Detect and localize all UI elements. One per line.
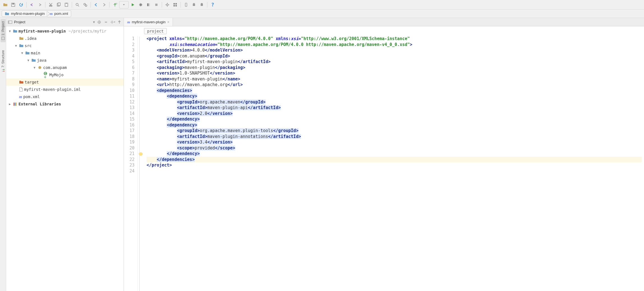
project-structure-button[interactable] bbox=[172, 1, 179, 8]
coverage-button[interactable] bbox=[145, 1, 152, 8]
device-button[interactable] bbox=[182, 1, 190, 8]
android-button[interactable] bbox=[190, 1, 198, 8]
close-icon[interactable]: × bbox=[167, 20, 170, 24]
svg-point-24 bbox=[3, 71, 4, 72]
tree-item-myfirst-maven-plugin-iml[interactable]: myfirst-maven-plugin.iml bbox=[6, 86, 124, 93]
project-panel: Project ▾ ▾ ▼ myfirst-maven-plugin ~/pro… bbox=[6, 18, 124, 291]
separator bbox=[162, 2, 162, 8]
svg-rect-18 bbox=[173, 5, 175, 6]
tree-label: src bbox=[25, 43, 32, 48]
project-tool-tab[interactable]: 1: Project bbox=[1, 19, 6, 42]
folder-icon bbox=[5, 12, 9, 16]
tree-item-pom-xml[interactable]: m pom.xml bbox=[6, 93, 124, 100]
hide-icon[interactable] bbox=[117, 20, 122, 25]
breadcrumb-project[interactable]: myfirst-maven-plugin bbox=[2, 10, 48, 17]
tree-icon bbox=[13, 102, 17, 106]
breadcrumb-label: myfirst-maven-plugin bbox=[11, 11, 45, 16]
forward-button[interactable] bbox=[100, 1, 108, 8]
tree-icon: C bbox=[44, 71, 48, 78]
structure-tool-tab[interactable]: 7: Structure bbox=[1, 48, 6, 74]
svg-rect-14 bbox=[155, 4, 157, 6]
tree-icon bbox=[19, 80, 24, 84]
separator bbox=[91, 2, 91, 8]
app-root: 01 ? myfirst-maven-plugin m pom.xml bbox=[0, 0, 644, 291]
code-area[interactable]: <project xmlns="http://maven.apache.org/… bbox=[144, 36, 644, 291]
editor-tab[interactable]: m myfirst-maven-plugin × bbox=[124, 18, 173, 26]
locate-icon[interactable] bbox=[97, 20, 102, 25]
tree-label: target bbox=[25, 80, 39, 84]
run-button[interactable] bbox=[129, 1, 136, 8]
copy-button[interactable] bbox=[55, 1, 62, 8]
svg-rect-16 bbox=[173, 3, 175, 4]
tree-item--idea[interactable]: .idea bbox=[6, 35, 124, 42]
avd-button[interactable] bbox=[198, 1, 205, 8]
save-button[interactable] bbox=[10, 1, 17, 8]
build-button[interactable]: 01 bbox=[111, 1, 119, 8]
cut-button[interactable] bbox=[47, 1, 54, 8]
tree-label: main bbox=[31, 51, 40, 55]
run-config-dropdown[interactable] bbox=[119, 1, 129, 8]
tree-label: com.anupam bbox=[43, 65, 67, 70]
debug-button[interactable] bbox=[137, 1, 144, 8]
svg-rect-6 bbox=[66, 3, 67, 4]
line-gutter: 123456789101112131415161718192021222324 bbox=[124, 36, 138, 291]
paste-button[interactable] bbox=[63, 1, 70, 8]
tree-item-src[interactable]: ▼ src bbox=[6, 42, 124, 49]
tree-item-main[interactable]: ▼ main bbox=[6, 49, 124, 57]
find-button[interactable] bbox=[74, 1, 81, 8]
xml-path-crumb[interactable]: project bbox=[144, 28, 167, 34]
tree-item-myfirst-maven-plugin[interactable]: ▼ myfirst-maven-plugin ~/projects/myfir bbox=[6, 27, 124, 35]
tree-icon bbox=[19, 36, 24, 40]
tree-item-target[interactable]: target bbox=[6, 78, 124, 86]
refresh-button[interactable] bbox=[17, 1, 25, 8]
tree-item-java[interactable]: ▼ java bbox=[6, 57, 124, 64]
editor-body[interactable]: 123456789101112131415161718192021222324 … bbox=[124, 36, 644, 291]
breadcrumb-label: pom.xml bbox=[54, 11, 68, 16]
redo-button[interactable] bbox=[36, 1, 43, 8]
svg-rect-34 bbox=[15, 103, 15, 106]
tree-label: .idea bbox=[25, 36, 36, 41]
tree-icon bbox=[25, 51, 30, 55]
back-button[interactable] bbox=[92, 1, 100, 8]
svg-point-9 bbox=[85, 5, 87, 6]
stop-button[interactable] bbox=[153, 1, 160, 8]
help-button[interactable]: ? bbox=[209, 1, 216, 8]
settings-icon[interactable]: ▾ bbox=[110, 20, 115, 25]
svg-point-7 bbox=[76, 3, 78, 6]
settings-button[interactable] bbox=[164, 1, 171, 8]
separator bbox=[207, 2, 207, 8]
undo-button[interactable] bbox=[28, 1, 36, 8]
editor-tab-bar: m myfirst-maven-plugin × bbox=[124, 18, 644, 26]
svg-point-21 bbox=[193, 4, 194, 4]
chevron-icon: ▶ bbox=[8, 102, 12, 106]
tree-item-external-libraries[interactable]: ▶ External Libraries bbox=[6, 100, 124, 108]
fold-gutter[interactable] bbox=[138, 36, 144, 291]
svg-rect-0 bbox=[12, 3, 14, 4]
tree-item-mymojo[interactable]: C MyMojo bbox=[6, 71, 124, 78]
svg-point-8 bbox=[84, 3, 85, 5]
intention-bulb-icon[interactable] bbox=[139, 152, 143, 156]
svg-rect-4 bbox=[58, 3, 60, 6]
main-toolbar: 01 ? bbox=[0, 0, 644, 10]
maven-icon: m bbox=[127, 20, 130, 24]
separator bbox=[72, 2, 72, 8]
tree-icon bbox=[13, 29, 17, 33]
separator bbox=[45, 2, 45, 8]
chevron-icon: ▼ bbox=[14, 44, 18, 48]
tree-label: myfirst-maven-plugin bbox=[18, 29, 66, 33]
editor-breadcrumb: project bbox=[124, 26, 644, 36]
tree-item-com-anupam[interactable]: ▼ com.anupam bbox=[6, 64, 124, 71]
open-button[interactable] bbox=[2, 1, 9, 8]
breadcrumb-file[interactable]: m pom.xml bbox=[47, 10, 71, 17]
tree-icon bbox=[19, 87, 23, 92]
collapse-icon[interactable] bbox=[103, 20, 108, 25]
chevron-icon: ▼ bbox=[8, 29, 12, 33]
structure-icon bbox=[1, 69, 5, 72]
project-tree[interactable]: ▼ myfirst-maven-plugin ~/projects/myfir … bbox=[6, 26, 124, 291]
svg-rect-19 bbox=[175, 5, 177, 6]
svg-point-11 bbox=[140, 4, 142, 6]
panel-title: Project bbox=[14, 20, 91, 24]
replace-button[interactable] bbox=[82, 1, 89, 8]
breadcrumb-bar: myfirst-maven-plugin m pom.xml bbox=[0, 10, 644, 18]
tool-window-bar: 1: Project 7: Structure bbox=[0, 18, 6, 291]
